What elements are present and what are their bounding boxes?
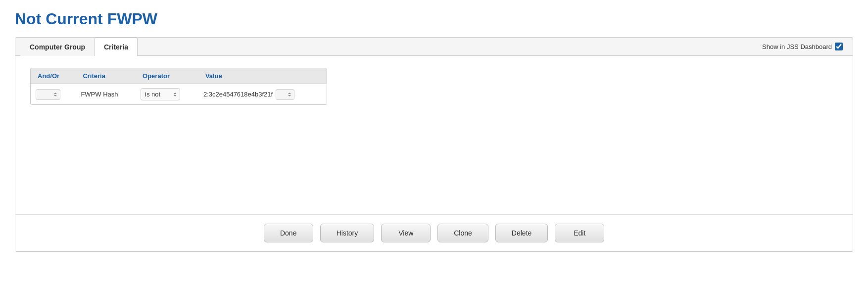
criteria-table-header-row: And/Or Criteria Operator Value [31, 68, 327, 84]
and-or-select[interactable]: and or [36, 89, 60, 100]
operator-select[interactable]: is not is like not like [141, 88, 180, 100]
value-stepper-select[interactable] [276, 89, 294, 100]
col-header-operator: Operator [136, 68, 198, 84]
col-header-criteria: Criteria [76, 68, 136, 84]
main-panel: Computer Group Criteria Show in JSS Dash… [15, 37, 853, 252]
value-input-wrap: 2:3c2e4547618e4b3f21f [203, 89, 322, 100]
history-button[interactable]: History [320, 224, 375, 242]
cell-criteria-name: FWPW Hash [76, 84, 136, 105]
criteria-table: And/Or Criteria Operator Value and [31, 68, 327, 104]
clone-button[interactable]: Clone [437, 224, 488, 242]
tab-criteria[interactable]: Criteria [95, 38, 138, 56]
edit-button[interactable]: Edit [555, 224, 604, 242]
done-button[interactable]: Done [264, 224, 313, 242]
col-header-value: Value [198, 68, 327, 84]
criteria-table-wrapper: And/Or Criteria Operator Value and [30, 68, 327, 105]
cell-value: 2:3c2e4547618e4b3f21f [198, 84, 327, 105]
table-row: and or FWPW Hash is not is [31, 84, 327, 105]
jss-dashboard-label-text: Show in JSS Dashboard [762, 43, 832, 50]
page-container: Not Current FWPW Computer Group Criteria… [0, 0, 868, 283]
value-text: 2:3c2e4547618e4b3f21f [203, 91, 273, 98]
view-button[interactable]: View [381, 224, 431, 242]
col-header-and-or: And/Or [31, 68, 76, 84]
cell-and-or: and or [31, 84, 76, 105]
tab-computer-group[interactable]: Computer Group [20, 38, 95, 56]
content-area: And/Or Criteria Operator Value and [15, 56, 853, 214]
criteria-name-text: FWPW Hash [81, 91, 118, 98]
footer-area: Done History View Clone Delete Edit [15, 214, 853, 251]
jss-dashboard-checkbox[interactable] [835, 43, 843, 50]
delete-button[interactable]: Delete [495, 224, 548, 242]
jss-dashboard-area: Show in JSS Dashboard [762, 43, 848, 50]
tabs-row: Computer Group Criteria Show in JSS Dash… [15, 38, 853, 56]
cell-operator: is not is like not like [136, 84, 198, 105]
page-title: Not Current FWPW [15, 10, 853, 28]
